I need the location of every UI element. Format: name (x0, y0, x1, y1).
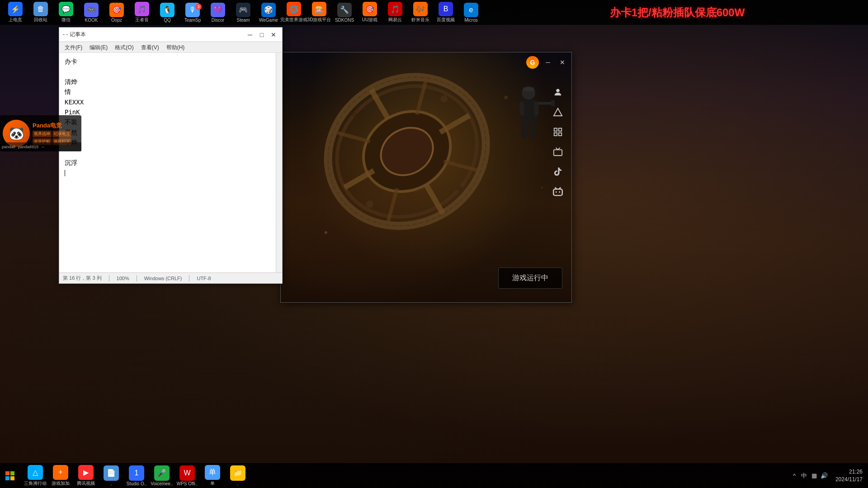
top-app-icon-qq: 🐧 (160, 3, 175, 17)
menu-view[interactable]: 查看(V) (137, 42, 163, 52)
bottom-app-label-file: . (237, 481, 239, 486)
top-app-huishou[interactable]: 🗑回收站 (29, 1, 52, 24)
bottom-app-label-studioone: Studio O.. (127, 481, 146, 486)
bottom-app-icon-wenjian: 📄 (104, 465, 119, 481)
top-app-label-qq: QQ (164, 18, 171, 23)
notepad-scrollbar[interactable] (276, 53, 282, 272)
top-app-discord[interactable]: 💜Discor (206, 1, 230, 24)
overlay-sidebar-bilibili-icon[interactable] (550, 183, 566, 200)
notepad-minimize-button[interactable]: ─ (245, 30, 255, 39)
top-app-icon-discord: 💜 (211, 3, 225, 17)
top-app-teamspeak[interactable]: 🎙TeamSp3 (181, 1, 204, 24)
start-button[interactable] (0, 466, 20, 486)
top-app-xiamiyinyue[interactable]: 🎶虾米音乐 (409, 1, 432, 24)
overlay-close-button[interactable]: ✕ (557, 57, 568, 68)
overlay-logo: G (526, 56, 539, 69)
top-app-uuyouxi[interactable]: 🎯UU游戏 (358, 1, 382, 24)
top-app-icon-steam: 🎮 (236, 3, 250, 17)
bottom-app-wps[interactable]: WWPS Offi.. (175, 464, 199, 488)
top-app-sdkons[interactable]: 🔧SDKONS (333, 1, 356, 24)
bottom-app-file[interactable]: 📁. (226, 464, 250, 488)
overlay-sidebar-grid-icon[interactable] (550, 124, 566, 140)
bottom-app-sanjiaoxing[interactable]: △三角洲行动 (24, 464, 47, 488)
notepad-content[interactable]: 办卡 清烨 情 KEXXX PinK 不装 果然 小烨 沉浮 (59, 53, 282, 272)
notepad-statusbar: 第 16 行，第 3 列 100% Windows (CRLF) UTF-8 (59, 272, 282, 283)
top-app-wegame[interactable]: 🎲WeGame (257, 1, 280, 24)
bottom-app-label-voicemeeter: Voicemee.. (151, 481, 173, 486)
top-app-icon-wangzhe: 🎵 (135, 2, 149, 16)
overlay-sidebar-triangle-icon[interactable] (550, 104, 566, 120)
panda-info: Panda电竞 视界战神 纪录电竞 赤学护航 疯狂打开 (33, 122, 79, 145)
notepad-close-button[interactable]: ✕ (269, 30, 278, 39)
bottom-app-wenjian[interactable]: 📄. (99, 464, 123, 488)
game-scene (281, 52, 571, 302)
system-tray: ^ 中 ▦ 🔊 (787, 472, 832, 480)
bottom-app-voicemeeter[interactable]: 🎤Voicemee.. (150, 464, 174, 488)
tray-sound-icon[interactable]: 🔊 (820, 472, 828, 480)
top-app-oopz[interactable]: 🎯Oopz (105, 1, 128, 24)
top-app-shandian[interactable]: ⚡上电竞 (4, 1, 27, 24)
svg-rect-27 (519, 102, 524, 116)
game-running-text: 游戏运行中 (512, 274, 548, 282)
menu-file[interactable]: 文件(F) (61, 42, 86, 52)
menu-format[interactable]: 格式(O) (111, 42, 137, 52)
tray-ime-icon[interactable]: 中 (800, 472, 808, 480)
tray-expand-icon[interactable]: ^ (790, 472, 798, 480)
bottom-app-studioone[interactable]: 1Studio O.. (125, 464, 148, 488)
top-app-label-kook: KOOK (85, 18, 98, 23)
top-app-icon-3dyjpt: 🎰 (312, 2, 326, 16)
bottom-app-dan[interactable]: 单单 (201, 464, 224, 488)
badge-teamspeak: 3 (195, 4, 202, 10)
top-app-kook[interactable]: 🎮KOOK (80, 1, 103, 24)
top-app-icon-uuyouxi: 🎯 (363, 2, 377, 16)
menu-help[interactable]: 帮助(H) (163, 42, 189, 52)
svg-rect-40 (5, 476, 9, 480)
panda-widget[interactable]: 🐼 Panda电竞 视界战神 纪录电竞 赤学护航 疯狂打开 panda8 pan… (0, 115, 81, 151)
top-app-wanmei[interactable]: 🌐完美世界游戏 (282, 1, 306, 24)
svg-rect-23 (523, 88, 534, 91)
notepad-controls: ─ □ ✕ (245, 30, 278, 39)
overlay-sidebar-tiktok-icon[interactable] (550, 164, 566, 180)
top-app-label-xiamiyinyue: 虾米音乐 (411, 17, 429, 23)
top-app-label-msedge: Micros (464, 18, 477, 23)
top-app-label-huishou: 回收站 (34, 17, 47, 23)
bottom-app-youxijia[interactable]: +游戏加加 (49, 464, 72, 488)
tray-layout-icon[interactable]: ▦ (810, 472, 818, 480)
top-app-label-3dyjpt: 3D游戏平台 (307, 17, 331, 23)
bottom-app-icon-youxijia: + (53, 465, 68, 480)
svg-rect-39 (10, 471, 14, 475)
system-clock[interactable]: 21:26 2024/11/17 (835, 468, 863, 483)
svg-point-18 (325, 231, 327, 234)
top-app-wangzhe[interactable]: 🎵王者音 (130, 1, 154, 24)
clock-date: 2024/11/17 (835, 476, 863, 483)
bottom-app-label-sanjiaoxing: 三角洲行动 (24, 480, 47, 487)
top-app-label-baidu: 百度视频 (437, 17, 455, 23)
overlay-sidebar-user-icon[interactable] (550, 84, 566, 100)
top-app-msedge[interactable]: eMicros (459, 1, 483, 24)
bottom-app-icon-voicemeeter: 🎤 (154, 465, 170, 481)
bottom-app-tengxunshipin[interactable]: ▶腾讯视频 (74, 464, 98, 488)
top-app-steam[interactable]: 🎮Steam (231, 1, 255, 24)
bottom-app-label-tengxunshipin: 腾讯视频 (77, 480, 95, 487)
top-app-baidu[interactable]: B百度视频 (434, 1, 458, 24)
top-app-3dyjpt[interactable]: 🎰3D游戏平台 (307, 1, 331, 24)
menu-edit[interactable]: 编辑(E) (86, 42, 111, 52)
top-app-weixin[interactable]: 💬微信 (54, 1, 78, 24)
top-app-qq[interactable]: 🐧QQ (156, 1, 179, 24)
top-app-label-wangyiyun: 网易云 (388, 17, 402, 23)
panda-tag-1: 视界战神 (33, 131, 52, 137)
overlay-minimize-button[interactable]: ─ (542, 57, 553, 68)
overlay-sidebar-tv-icon[interactable] (550, 144, 566, 160)
panda-user2: panda6915 (18, 145, 38, 149)
top-app-icon-huishou: 🗑 (33, 2, 48, 16)
top-app-label-discord: Discor (212, 18, 224, 23)
notepad-maximize-button[interactable]: □ (257, 30, 267, 39)
game-running-badge: 游戏运行中 (498, 267, 562, 289)
top-app-wangyiyun[interactable]: 🎵网易云 (383, 1, 407, 24)
top-app-icon-xiamiyinyue: 🎶 (413, 2, 428, 16)
notepad-menubar: 文件(F) 编辑(E) 格式(O) 查看(V) 帮助(H) (59, 42, 282, 53)
game-overlay: G ─ ✕ (280, 52, 572, 303)
taskbar-bottom-right: ^ 中 ▦ 🔊 21:26 2024/11/17 (781, 468, 868, 483)
zoom-level: 100% (117, 276, 129, 281)
top-app-icon-baidu: B (439, 2, 453, 16)
